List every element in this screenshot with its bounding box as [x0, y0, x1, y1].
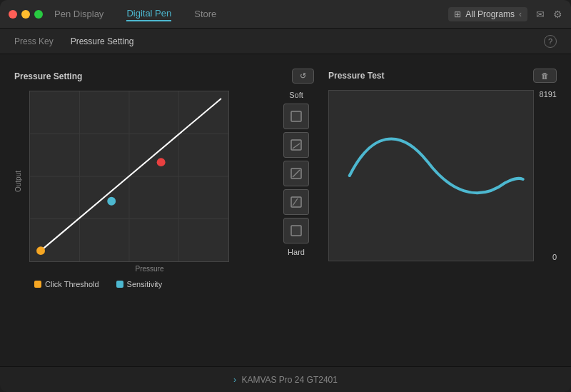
programs-label: All Programs	[465, 9, 515, 19]
graph-wrapper: Pressure	[29, 91, 270, 273]
device-info[interactable]: › KAMVAS Pro 24 GT2401	[233, 375, 338, 385]
sensitivity-point-cyan[interactable]	[107, 197, 116, 206]
pressure-container: Output	[14, 91, 314, 273]
test-curve-svg	[329, 91, 533, 261]
main-nav: Pen Display Digital Pen Store	[54, 6, 448, 21]
maximize-button[interactable]	[34, 10, 43, 19]
test-panel-title: Pressure Test	[328, 71, 385, 81]
bottom-bar: › KAMVAS Pro 24 GT2401	[0, 366, 571, 392]
svg-line-6	[41, 99, 221, 251]
pressure-panel-header: Pressure Setting ↺	[14, 69, 314, 84]
nav-right: ⊞ All Programs ‹ ✉ ⚙	[448, 7, 562, 21]
sub-nav-pressure-setting[interactable]: Pressure Setting	[71, 36, 134, 46]
test-area: 8191 0	[328, 90, 557, 261]
soft-label: Soft	[289, 91, 303, 99]
title-bar: Pen Display Digital Pen Store ⊞ All Prog…	[0, 0, 571, 29]
preset-hardest[interactable]	[283, 218, 309, 243]
sensitivity-dot	[116, 281, 123, 288]
svg-rect-7	[291, 111, 301, 121]
sensitivity-label: Sensitivity	[127, 280, 163, 288]
pressure-setting-panel: Pressure Setting ↺ Output	[14, 69, 328, 359]
x-axis-label: Pressure	[29, 265, 270, 273]
tab-pen-display[interactable]: Pen Display	[54, 7, 103, 21]
hard-label: Hard	[288, 248, 305, 256]
close-button[interactable]	[9, 10, 17, 19]
window-controls	[9, 10, 43, 19]
pressure-reset-button[interactable]: ↺	[292, 69, 314, 84]
preset-firm[interactable]	[283, 189, 309, 215]
test-graph[interactable]	[328, 90, 534, 261]
settings-icon[interactable]: ⚙	[553, 9, 562, 20]
preset-softest[interactable]	[283, 104, 309, 129]
help-button[interactable]: ?	[544, 35, 557, 48]
legend-click-threshold: Click Threshold	[34, 280, 99, 288]
grid-icon: ⊞	[454, 9, 461, 19]
minimize-button[interactable]	[21, 10, 30, 19]
pressure-graph[interactable]	[29, 91, 229, 262]
mail-icon[interactable]: ✉	[536, 9, 545, 20]
device-arrow-icon: ›	[233, 375, 236, 385]
sub-nav-press-key[interactable]: Press Key	[14, 36, 54, 46]
legend-sensitivity: Sensitivity	[116, 280, 163, 288]
click-threshold-dot	[34, 281, 41, 288]
y-axis-label: Output	[14, 171, 22, 192]
tab-store[interactable]: Store	[194, 7, 216, 21]
svg-rect-14	[291, 226, 301, 236]
tab-digital-pen[interactable]: Digital Pen	[126, 6, 171, 21]
pressure-curve-svg	[30, 91, 228, 261]
preset-soft[interactable]	[283, 132, 309, 158]
test-clear-button[interactable]: 🗑	[533, 69, 557, 83]
legend: Click Threshold Sensitivity	[14, 280, 314, 288]
preset-medium[interactable]	[283, 161, 309, 186]
programs-selector[interactable]: ⊞ All Programs ‹	[448, 7, 527, 21]
test-panel-header: Pressure Test 🗑	[328, 69, 557, 83]
sub-header: Press Key Pressure Setting ?	[0, 29, 571, 54]
reset-icon: ↺	[300, 71, 306, 81]
programs-arrow[interactable]: ‹	[519, 9, 522, 19]
click-threshold-label: Click Threshold	[45, 280, 99, 288]
sensitivity-point-red[interactable]	[157, 158, 166, 166]
sub-nav: Press Key Pressure Setting	[14, 36, 544, 46]
pressure-panel-title: Pressure Setting	[14, 71, 82, 81]
pressure-test-panel: Pressure Test 🗑 8191 0	[328, 69, 557, 359]
min-value: 0	[540, 253, 557, 261]
presets-column: Soft	[278, 91, 314, 256]
max-value: 8191	[540, 90, 557, 99]
value-column: 8191 0	[540, 90, 557, 261]
click-threshold-point[interactable]	[36, 246, 45, 255]
trash-icon: 🗑	[541, 71, 549, 80]
device-name-label: KAMVAS Pro 24 GT2401	[241, 375, 338, 385]
main-content: Pressure Setting ↺ Output	[0, 54, 571, 366]
